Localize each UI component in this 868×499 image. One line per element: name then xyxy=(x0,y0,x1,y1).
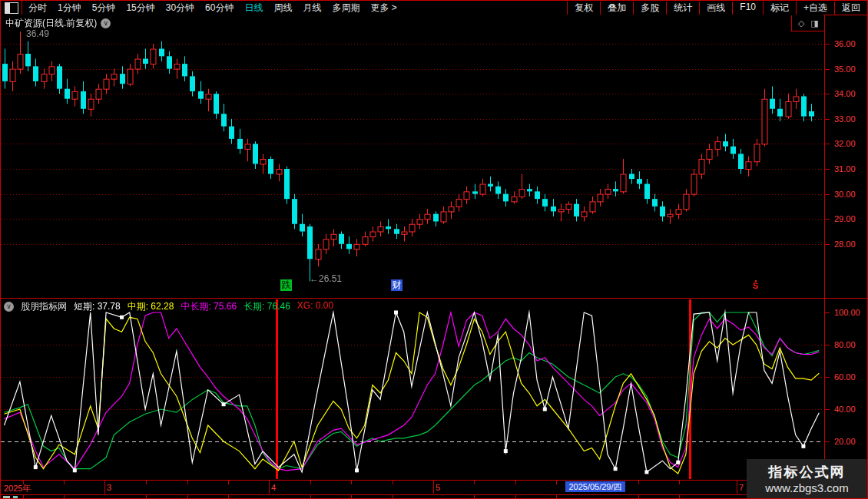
indicator-field-4: XG: 0.00 xyxy=(297,300,333,313)
watermark-url: www.zbgs3.com xyxy=(765,481,848,494)
indicator-tick xyxy=(825,312,830,313)
price-axis: 36.0035.0034.0033.0032.0031.0030.0029.00… xyxy=(824,15,867,494)
action-button-7[interactable]: +自选 xyxy=(796,2,834,15)
period-tabs: 分时1分钟5分钟15分钟30分钟60分钟日线周线月线多周期更多 > xyxy=(28,2,397,15)
tab-period-5[interactable]: 60分钟 xyxy=(205,2,234,15)
action-button-1[interactable]: 叠加 xyxy=(600,2,633,15)
tab-period-6[interactable]: 日线 xyxy=(244,2,263,15)
tab-period-8[interactable]: 月线 xyxy=(303,2,321,15)
diamond-icon[interactable]: ◇ xyxy=(798,18,804,28)
week-tick xyxy=(23,481,24,484)
indicator-tick xyxy=(825,345,830,345)
indicator-field-1: 中期: 62.28 xyxy=(128,300,174,313)
next-panel-cutoff xyxy=(1,494,824,498)
split-view-icon[interactable]: ◨ xyxy=(811,18,819,28)
price-label-5: 31.00 xyxy=(834,164,856,173)
panel-divider xyxy=(1,298,867,299)
price-label-4: 32.00 xyxy=(834,139,856,148)
week-tick xyxy=(393,494,393,498)
indicator-chart[interactable] xyxy=(1,299,823,480)
collapse-indicator-icon[interactable]: ∨ xyxy=(4,302,14,312)
week-tick xyxy=(679,494,680,498)
chevron-down-icon[interactable]: ∨ xyxy=(101,18,111,28)
app-window: 分时1分钟5分钟15分钟30分钟60分钟日线周线月线多周期更多 > 复权叠加多股… xyxy=(0,0,868,499)
candlestick-chart[interactable] xyxy=(1,15,823,298)
month-tick xyxy=(737,481,737,494)
high-price-label: 36.49 xyxy=(26,28,49,39)
selected-date-label[interactable]: 2025/05/29/四 xyxy=(565,481,625,492)
action-button-0[interactable]: 复权 xyxy=(567,2,600,15)
price-tick xyxy=(825,44,830,45)
indicator-source[interactable]: 股朋指标网 xyxy=(21,300,67,313)
month-tick xyxy=(269,481,270,494)
price-label-7: 29.00 xyxy=(834,214,856,223)
week-tick xyxy=(638,494,639,498)
date-axis: 2025年 2025/05/29/四 3457 xyxy=(1,480,824,495)
action-button-5[interactable]: F10 xyxy=(732,2,763,15)
tab-period-10[interactable]: 更多 > xyxy=(370,2,396,15)
split-pane-icon[interactable] xyxy=(5,2,18,14)
week-tick xyxy=(351,494,352,498)
top-toolbar: 分时1分钟5分钟15分钟30分钟60分钟日线周线月线多周期更多 > 复权叠加多股… xyxy=(1,1,867,15)
tab-period-9[interactable]: 多周期 xyxy=(332,2,359,15)
week-tick xyxy=(351,481,352,484)
watermark: 指标公式网 www.zbgs3.com xyxy=(747,459,867,498)
tab-period-1[interactable]: 1分钟 xyxy=(58,2,81,15)
toolbar-divider xyxy=(22,1,22,15)
week-tick xyxy=(228,494,229,498)
indicator-tick xyxy=(825,441,830,442)
week-tick xyxy=(64,494,65,498)
action-buttons: 复权叠加多股统计画线F10标记+自选返回 xyxy=(567,2,867,15)
next-panel-remnant xyxy=(13,496,18,498)
week-tick xyxy=(679,481,680,484)
chart-title: 中矿资源(日线.前复权) xyxy=(5,17,97,30)
fall-badge: 跌 xyxy=(280,279,292,291)
wealth-badge: 财 xyxy=(391,279,403,291)
tab-period-3[interactable]: 15分钟 xyxy=(126,2,154,15)
next-panel-remnant xyxy=(3,496,10,498)
mini-toolbar: ◇ ◨ xyxy=(791,15,825,31)
tab-period-2[interactable]: 5分钟 xyxy=(92,2,116,15)
action-button-8[interactable]: 返回 xyxy=(834,2,867,15)
week-tick xyxy=(638,481,639,484)
chart-title-row: 中矿资源(日线.前复权) ∨ xyxy=(5,17,111,30)
indicator-label-0: 100.00 xyxy=(834,308,860,317)
tab-period-0[interactable]: 分时 xyxy=(28,2,47,15)
week-tick xyxy=(146,481,147,484)
week-tick xyxy=(474,494,475,498)
price-label-8: 28.00 xyxy=(834,240,856,249)
price-tick xyxy=(825,169,830,170)
action-button-4[interactable]: 画线 xyxy=(699,2,732,15)
week-tick xyxy=(23,494,24,498)
week-tick xyxy=(228,481,229,484)
indicator-values: 短期: 37.78中期: 62.28中长期: 75.66长期: 76.46XG:… xyxy=(74,300,333,313)
sell-marker-letter: S xyxy=(753,283,758,289)
price-tick xyxy=(825,219,830,220)
indicator-label-4: 20.00 xyxy=(834,437,856,446)
week-tick xyxy=(310,481,311,484)
tab-period-7[interactable]: 周线 xyxy=(273,2,292,15)
indicator-field-3: 长期: 76.46 xyxy=(244,300,290,313)
indicator-tick xyxy=(825,377,830,378)
low-price-label: ←26.51 xyxy=(310,273,342,284)
watermark-site-name: 指标公式网 xyxy=(769,463,846,481)
indicator-label-2: 60.00 xyxy=(834,372,856,382)
week-tick xyxy=(556,494,557,498)
action-button-2[interactable]: 多股 xyxy=(633,2,666,15)
action-button-3[interactable]: 统计 xyxy=(666,2,699,15)
month-tick xyxy=(104,481,105,494)
price-tick xyxy=(825,244,830,245)
indicator-label-1: 80.00 xyxy=(834,340,856,349)
price-label-1: 35.00 xyxy=(834,64,856,74)
action-button-6[interactable]: 标记 xyxy=(763,2,796,15)
price-label-3: 33.00 xyxy=(834,114,856,124)
indicator-field-0: 短期: 37.78 xyxy=(74,300,121,313)
indicator-tick xyxy=(825,409,830,410)
month-label-3: 7 xyxy=(739,483,744,492)
week-tick xyxy=(64,481,65,484)
tab-period-4[interactable]: 30分钟 xyxy=(166,2,194,15)
price-label-0: 36.00 xyxy=(834,39,856,48)
price-tick xyxy=(825,69,830,70)
price-label-2: 34.00 xyxy=(834,89,856,98)
indicator-field-2: 中长期: 75.66 xyxy=(181,300,237,313)
